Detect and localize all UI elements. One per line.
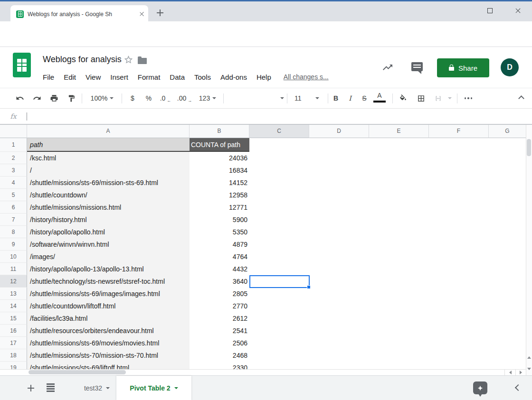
print-button[interactable] xyxy=(48,91,61,105)
format-percent-button[interactable]: % xyxy=(142,91,155,105)
cell-path[interactable]: /shuttle/missions/sts-69/mission-sts-69.… xyxy=(27,177,190,189)
cell-count[interactable]: 2468 xyxy=(190,349,249,362)
cell-count[interactable]: 3640 xyxy=(190,275,249,288)
move-to-folder-button[interactable] xyxy=(138,58,147,64)
vertical-scrollbar-thumb[interactable] xyxy=(527,139,531,156)
cell-count[interactable]: 2541 xyxy=(190,325,249,337)
row-header[interactable]: 14 xyxy=(0,300,27,312)
row-header[interactable]: 7 xyxy=(0,214,27,226)
insights-button[interactable] xyxy=(381,62,394,75)
column-header-g[interactable]: G xyxy=(489,125,526,138)
cell-count[interactable]: 12771 xyxy=(190,201,249,214)
cell-path[interactable]: /shuttle/countdown/ xyxy=(27,189,190,201)
row-header[interactable]: 1 xyxy=(0,138,27,152)
cell-count[interactable]: 2612 xyxy=(190,312,249,325)
cell-path[interactable]: /shuttle/resources/orbiters/endeavour.ht… xyxy=(27,325,190,337)
bold-button[interactable]: B xyxy=(330,91,342,105)
formula-input[interactable] xyxy=(27,109,532,124)
menu-view[interactable]: View xyxy=(81,71,105,83)
comments-button[interactable] xyxy=(411,62,423,71)
fill-color-button[interactable] xyxy=(396,91,409,105)
column-header-b[interactable]: B xyxy=(190,125,249,138)
row-header[interactable]: 5 xyxy=(0,189,27,201)
browser-tab[interactable]: Weblogs for analysis - Google Sh xyxy=(10,5,148,23)
cell-path[interactable]: /shuttle/missions/sts-69/movies/movies.h… xyxy=(27,337,190,349)
column-header-f[interactable]: F xyxy=(429,125,489,138)
cell-path[interactable]: /images/ xyxy=(27,251,190,263)
cell-count[interactable]: 4432 xyxy=(190,263,249,275)
undo-button[interactable] xyxy=(13,91,27,105)
cell-count[interactable]: 2506 xyxy=(190,337,249,349)
row-header[interactable]: 8 xyxy=(0,226,27,238)
row-header[interactable]: 17 xyxy=(0,337,27,349)
cell-path[interactable]: /shuttle/missions/missions.html xyxy=(27,201,190,214)
cell-path[interactable]: /shuttle/missions/sts-69/liftoff.html xyxy=(27,362,190,369)
row-header[interactable]: 11 xyxy=(0,263,27,275)
row-header[interactable]: 13 xyxy=(0,288,27,300)
decrease-decimal-button[interactable]: .0← xyxy=(159,91,173,105)
cell-path[interactable]: /history/apollo/apollo-13/apollo-13.html xyxy=(27,263,190,275)
cell-path[interactable]: /software/winvn/winvn.html xyxy=(27,238,190,251)
collapse-panel-button[interactable] xyxy=(516,385,521,390)
maximize-button[interactable] xyxy=(487,8,493,13)
row-header[interactable]: 3 xyxy=(0,164,27,177)
pivot-header-count[interactable]: COUNTA of path xyxy=(190,138,249,152)
row-header[interactable]: 16 xyxy=(0,325,27,337)
cell-path[interactable]: /shuttle/technology/sts-newsref/stsref-t… xyxy=(27,275,190,288)
cell-count[interactable]: 2330 xyxy=(190,362,249,369)
scroll-down-button[interactable] xyxy=(526,363,532,375)
more-toolbar-button[interactable] xyxy=(461,91,476,105)
cell-count[interactable]: 5900 xyxy=(190,214,249,226)
star-document-button[interactable] xyxy=(124,55,133,66)
scroll-right-button[interactable] xyxy=(515,369,526,375)
sheet-tab-pivot-table-2[interactable]: Pivot Table 2 xyxy=(116,376,191,400)
cell-count[interactable]: 24036 xyxy=(190,152,249,164)
menu-data[interactable]: Data xyxy=(165,71,190,83)
explore-button[interactable] xyxy=(473,381,487,394)
menu-tools[interactable]: Tools xyxy=(190,71,216,83)
row-header[interactable]: 15 xyxy=(0,312,27,325)
cell-count[interactable]: 4764 xyxy=(190,251,249,263)
last-edit-status[interactable]: All changes s... xyxy=(284,73,329,81)
zoom-dropdown[interactable]: 100% xyxy=(87,91,117,105)
tab-close-icon[interactable] xyxy=(139,11,144,17)
menu-insert[interactable]: Insert xyxy=(105,71,133,83)
cell-path[interactable]: /history/apollo/apollo.html xyxy=(27,226,190,238)
column-header-d[interactable]: D xyxy=(309,125,369,138)
pivot-header-path[interactable]: path xyxy=(27,138,190,152)
cell-count[interactable]: 2805 xyxy=(190,288,249,300)
menu-format[interactable]: Format xyxy=(133,71,165,83)
row-header[interactable]: 18 xyxy=(0,349,27,362)
selected-cell-c12[interactable] xyxy=(249,275,310,288)
cell-path[interactable]: /shuttle/missions/sts-70/mission-sts-70.… xyxy=(27,349,190,362)
share-button[interactable]: Share xyxy=(437,58,489,77)
merge-cells-button[interactable] xyxy=(431,91,445,105)
column-header-a[interactable]: A xyxy=(27,125,190,138)
cell-count[interactable]: 14152 xyxy=(190,177,249,189)
increase-decimal-button[interactable]: .00→ xyxy=(177,91,193,105)
menu-help[interactable]: Help xyxy=(252,71,276,83)
horizontal-scrollbar-thumb[interactable] xyxy=(28,370,126,374)
scroll-up-button[interactable] xyxy=(526,352,532,363)
italic-button[interactable]: I xyxy=(344,91,356,105)
cell-count[interactable]: 4879 xyxy=(190,238,249,251)
strikethrough-button[interactable]: S xyxy=(358,91,370,105)
cell-path[interactable]: /shuttle/countdown/liftoff.html xyxy=(27,300,190,312)
more-formats-dropdown[interactable]: 123 xyxy=(196,91,219,105)
scroll-left-button[interactable] xyxy=(504,369,515,375)
cell-count[interactable]: 5350 xyxy=(190,226,249,238)
row-header[interactable]: 2 xyxy=(0,152,27,164)
row-header[interactable]: 9 xyxy=(0,238,27,251)
row-header[interactable]: 19 xyxy=(0,362,27,369)
docs-avatar[interactable]: D xyxy=(501,58,519,76)
format-currency-button[interactable]: $ xyxy=(126,91,139,105)
fill-handle[interactable] xyxy=(307,285,311,289)
cell-path[interactable]: /history/history.html xyxy=(27,214,190,226)
font-family-dropdown[interactable] xyxy=(228,91,284,105)
column-header-e[interactable]: E xyxy=(369,125,429,138)
text-color-button[interactable]: A xyxy=(373,90,386,102)
close-button[interactable] xyxy=(515,8,521,14)
cell-path[interactable]: /facilities/lc39a.html xyxy=(27,312,190,325)
cell-path[interactable]: / xyxy=(27,164,190,177)
cell-path[interactable]: /shuttle/missions/sts-69/images/images.h… xyxy=(27,288,190,300)
